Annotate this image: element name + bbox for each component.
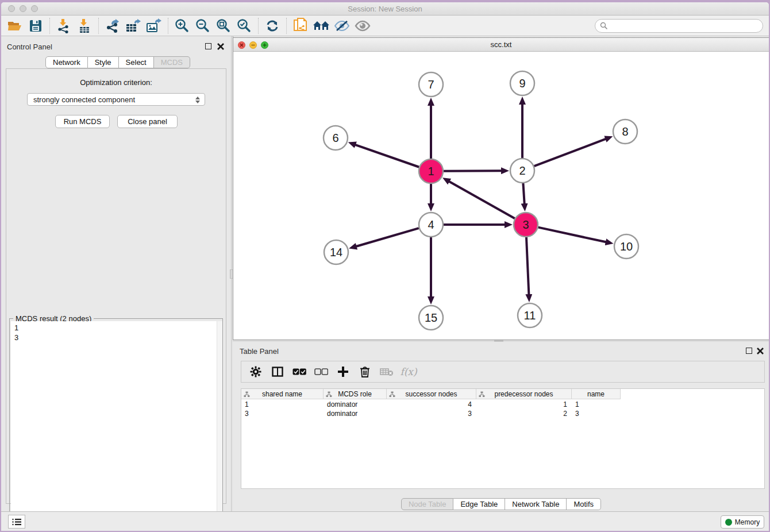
- export-network-button[interactable]: [102, 17, 123, 34]
- graph-edge-3-10[interactable]: [538, 228, 606, 242]
- task-history-button[interactable]: [8, 515, 25, 529]
- import-table-icon: [78, 18, 91, 33]
- open-file-button[interactable]: [5, 17, 25, 34]
- checked-boxes-icon: [292, 368, 306, 375]
- table-panel-title: Table Panel: [240, 347, 279, 356]
- table-cell[interactable]: 3: [572, 409, 621, 418]
- save-session-button[interactable]: [25, 17, 46, 34]
- close-panel-icon[interactable]: [217, 43, 224, 50]
- table-toolbar: f(x): [241, 361, 765, 383]
- toggle-column-panel-button[interactable]: [268, 363, 287, 380]
- zoom-fit-icon: [216, 18, 231, 33]
- houses-icon: [313, 20, 330, 32]
- control-panel-tabs: Network Style Select MCDS: [45, 56, 190, 68]
- graph-edge-1-2[interactable]: [444, 171, 502, 171]
- clone-network-button[interactable]: [290, 17, 311, 34]
- export-table-button[interactable]: [123, 17, 144, 34]
- table-panel: Table Panel: [233, 342, 769, 511]
- column-type-icon: [389, 391, 395, 398]
- table-cell[interactable]: 4: [387, 400, 476, 409]
- zoom-selected-button[interactable]: [234, 17, 255, 34]
- column-header-name[interactable]: name: [572, 389, 621, 399]
- show-all-button[interactable]: [352, 17, 373, 34]
- criterion-select[interactable]: strongly connected component: [27, 93, 205, 106]
- table-cell[interactable]: 1: [241, 400, 324, 409]
- column-header-mcds-role[interactable]: MCDS role: [324, 389, 387, 399]
- function-builder-button-disabled: f(x): [399, 363, 418, 380]
- memory-button[interactable]: Memory: [721, 515, 764, 529]
- search-box[interactable]: [595, 19, 763, 33]
- delete-column-button[interactable]: [355, 363, 375, 380]
- graph-edge-3-11[interactable]: [526, 237, 529, 295]
- mcds-result-list[interactable]: 1 3: [11, 321, 222, 531]
- graph-edge-4-14[interactable]: [356, 228, 419, 246]
- column-type-icon: [479, 391, 485, 398]
- table-cell[interactable]: 2: [476, 409, 572, 418]
- import-network-button[interactable]: [53, 17, 74, 34]
- import-table-button[interactable]: [74, 17, 95, 34]
- network-graph[interactable]: 7968124314101511: [233, 52, 769, 340]
- table-cell[interactable]: 3: [387, 409, 476, 418]
- search-input[interactable]: [608, 22, 752, 30]
- node-table[interactable]: shared name MCDS role successor nodes pr…: [241, 388, 765, 489]
- column-type-icon: [244, 391, 250, 398]
- graph-node-label: 2: [519, 164, 525, 177]
- float-panel-icon[interactable]: [746, 348, 752, 354]
- export-image-button[interactable]: [144, 17, 164, 34]
- tab-network-table[interactable]: Network Table: [505, 498, 567, 510]
- table-cell[interactable]: dominator: [324, 400, 387, 409]
- graph-node-label: 7: [428, 78, 434, 91]
- refresh-button[interactable]: [262, 17, 283, 34]
- toolbar-separator: [286, 18, 287, 34]
- tab-motifs[interactable]: Motifs: [567, 498, 601, 510]
- select-all-button[interactable]: [290, 363, 309, 380]
- memory-label: Memory: [735, 518, 760, 526]
- float-panel-icon[interactable]: [205, 43, 211, 49]
- tab-select[interactable]: Select: [119, 56, 154, 68]
- column-header-predecessor-nodes[interactable]: predecessor nodes: [476, 389, 572, 399]
- home-views-button[interactable]: [311, 17, 332, 34]
- column-header-shared-name[interactable]: shared name: [241, 389, 324, 399]
- graph-edge-2-8[interactable]: [534, 138, 607, 166]
- table-cell[interactable]: 3: [241, 409, 324, 418]
- network-window-titlebar: scc.txt: [233, 38, 769, 52]
- close-panel-icon[interactable]: [757, 348, 764, 354]
- mcds-result-item: 3: [11, 333, 222, 342]
- table-cell[interactable]: dominator: [324, 409, 387, 418]
- table-cell[interactable]: 1: [476, 400, 572, 409]
- table-cell[interactable]: 1: [572, 400, 621, 409]
- columns-icon: [272, 367, 283, 377]
- graph-edge-3-1[interactable]: [448, 181, 514, 218]
- optimization-criterion-label: Optimization criterion:: [6, 78, 226, 87]
- graph-edge-1-6[interactable]: [355, 145, 419, 167]
- toolbar-separator: [49, 18, 50, 34]
- tab-edge-table[interactable]: Edge Table: [453, 498, 505, 510]
- deselect-all-button[interactable]: [311, 363, 331, 380]
- zoom-in-button[interactable]: [172, 17, 192, 34]
- table-settings-button[interactable]: [246, 363, 265, 380]
- result-scrollbar[interactable]: [217, 321, 222, 531]
- graph-edge-2-3[interactable]: [523, 183, 524, 205]
- select-stepper-icon: [194, 95, 201, 105]
- hide-selected-button[interactable]: [332, 17, 352, 34]
- control-panel-header: Control Panel: [1, 36, 231, 56]
- gear-icon: [250, 366, 261, 377]
- zoom-out-button[interactable]: [192, 17, 213, 34]
- network-canvas[interactable]: 7968124314101511: [233, 52, 769, 340]
- tab-style[interactable]: Style: [88, 56, 119, 68]
- mcds-panel: Optimization criterion: strongly connect…: [6, 68, 226, 504]
- column-header-successor-nodes[interactable]: successor nodes: [387, 389, 476, 399]
- eye-slash-icon: [334, 20, 350, 32]
- tab-node-table[interactable]: Node Table: [401, 498, 454, 510]
- add-column-button[interactable]: [333, 363, 353, 380]
- table-tabs: Node Table Edge Table Network Table Moti…: [233, 498, 769, 510]
- column-label: name: [587, 390, 605, 398]
- tab-network[interactable]: Network: [45, 56, 88, 68]
- zoom-selected-icon: [237, 18, 252, 33]
- list-icon: [12, 518, 21, 526]
- control-panel: Control Panel Network Style Select MCDS …: [1, 36, 231, 511]
- tab-mcds[interactable]: MCDS: [154, 56, 190, 68]
- run-mcds-button[interactable]: Run MCDS: [55, 115, 110, 128]
- close-panel-button[interactable]: Close panel: [117, 115, 178, 128]
- zoom-fit-button[interactable]: [213, 17, 234, 34]
